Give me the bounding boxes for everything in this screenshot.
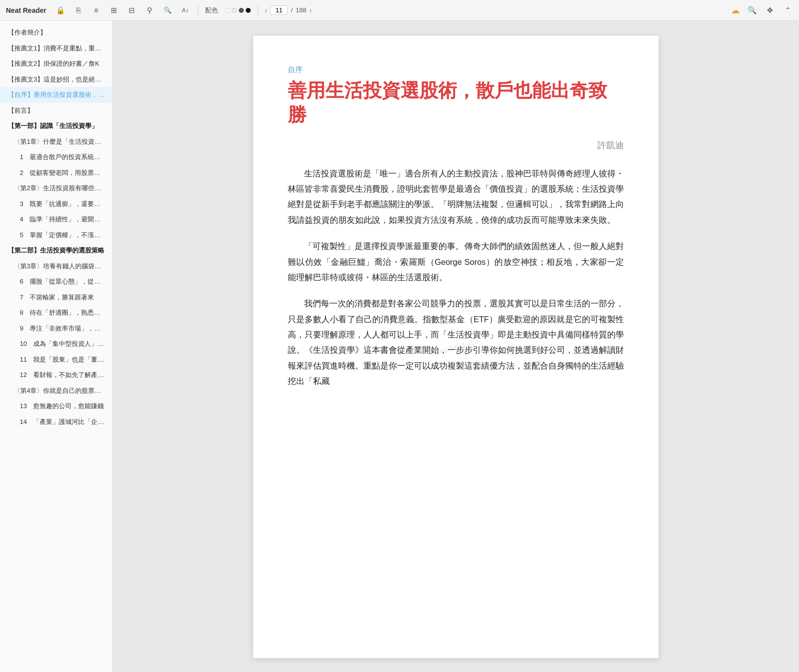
- sidebar-item-1[interactable]: 【推薦文1】消費不是重點，重點是要…: [0, 41, 112, 56]
- app-body: 【作者簡介】【推薦文1】消費不是重點，重點是要…【推薦文2】掛保證的好書／詹K【…: [0, 21, 799, 672]
- sidebar-item-10[interactable]: 〈第2章〉生活投資股有哪些特性？: [0, 180, 112, 196]
- light-dot[interactable]: [232, 8, 237, 13]
- sidebar-item-2[interactable]: 【推薦文2】掛保證的好書／詹K: [0, 56, 112, 72]
- titlebar-right: ☁ 🔍 ✥ ⌃: [731, 5, 793, 16]
- color-label: 配色: [205, 6, 218, 15]
- search-icon[interactable]: ⚲: [144, 5, 155, 16]
- color-selector: [225, 8, 251, 13]
- next-page-button[interactable]: ›: [310, 6, 312, 14]
- sidebar-item-0[interactable]: 【作者簡介】: [0, 25, 112, 41]
- chapter-label: 自序: [288, 65, 624, 75]
- white-dot[interactable]: [225, 8, 230, 13]
- dark2-dot[interactable]: [246, 8, 251, 13]
- sidebar-item-5[interactable]: 【前言】: [0, 103, 112, 119]
- sidebar-item-24[interactable]: 13 愈無趣的公司，愈能賺錢: [0, 398, 112, 414]
- reader-area[interactable]: nayona.cn 自序 善用生活投資選股術，散戶也能出奇致勝 許凱迪 生活投資…: [113, 21, 799, 672]
- sidebar-item-25[interactable]: 14 「產業」護城河比「企…: [0, 414, 112, 430]
- font-size-icon[interactable]: A↕: [180, 5, 191, 16]
- split-icon[interactable]: ✥: [764, 5, 775, 16]
- sidebar-item-16[interactable]: 6 擺脫「從眾心態」，從股…: [0, 274, 112, 290]
- page-number-input[interactable]: [270, 5, 288, 15]
- sidebar-item-18[interactable]: 8 待在「舒適圈」，熟悉度…: [0, 305, 112, 321]
- page-navigation: ‹ / 188 ›: [265, 5, 312, 15]
- book-text: 生活投資選股術是「唯一」適合所有人的主動投資法，股神巴菲特與傳奇經理人彼得・林區…: [288, 166, 624, 389]
- paragraph-3: 我們每一次的消費都是對各家公司競爭力的投票，選股其實可以是日常生活的一部分，只是…: [288, 296, 624, 389]
- page-total: 188: [296, 6, 307, 14]
- grid-icon[interactable]: ⊞: [109, 5, 120, 16]
- page-icon[interactable]: ⊟: [127, 5, 137, 16]
- sidebar-item-6[interactable]: 【第一部】認識「生活投資學」: [0, 118, 112, 134]
- sidebar-item-8[interactable]: 1 最適合散戶的投資系統—…: [0, 149, 112, 165]
- sidebar-item-9[interactable]: 2 從顧客變老闆，用股票贈…: [0, 165, 112, 181]
- page-separator: /: [291, 6, 293, 14]
- paragraph-1: 生活投資選股術是「唯一」適合所有人的主動投資法，股神巴菲特與傳奇經理人彼得・林區…: [288, 166, 624, 228]
- dark1-dot[interactable]: [239, 8, 244, 13]
- sidebar-item-12[interactable]: 4 臨準「持續性」，避開「…: [0, 211, 112, 227]
- sidebar-item-7[interactable]: 〈第1章〉什麼是「生活投資學」？: [0, 134, 112, 150]
- sidebar-item-20[interactable]: 10 成為「集中型投資人」…: [0, 336, 112, 352]
- prev-page-button[interactable]: ‹: [265, 6, 267, 14]
- search2-icon[interactable]: 🔍: [162, 5, 173, 16]
- sidebar-item-4[interactable]: 【自序】善用生活投資選股術，散戶也…: [0, 87, 112, 103]
- titlebar: Neat Reader 🔒 ⎘ ≡ ⊞ ⊟ ⚲ 🔍 A↕ 配色 ‹ / 188 …: [0, 0, 799, 21]
- cloud-icon[interactable]: ☁: [731, 5, 740, 16]
- book-page: nayona.cn 自序 善用生活投資選股術，散戶也能出奇致勝 許凱迪 生活投資…: [253, 36, 659, 658]
- sidebar-item-23[interactable]: 〈第4章〉你就是自己的股票分析師: [0, 383, 112, 399]
- sidebar-item-13[interactable]: 5 掌握「定價權」，不漲停…: [0, 227, 112, 243]
- sidebar-item-11[interactable]: 3 既要「抗通膨」，還要糙…: [0, 196, 112, 212]
- author-name: 許凱迪: [288, 139, 624, 151]
- search-right-icon[interactable]: 🔍: [747, 5, 757, 16]
- sidebar-item-3[interactable]: 【推薦文3】這是妙招，也是絕招／閻…: [0, 72, 112, 87]
- sidebar-item-14[interactable]: 【第二部】生活投資學的選股策略: [0, 243, 112, 258]
- chapter-title: 善用生活投資選股術，散戶也能出奇致勝: [288, 79, 624, 127]
- sidebar: 【作者簡介】【推薦文1】消費不是重點，重點是要…【推薦文2】掛保證的好書／詹K【…: [0, 21, 113, 672]
- sidebar-item-15[interactable]: 〈第3章〉培養有錢人的腦袋——…: [0, 258, 112, 274]
- separator: [198, 6, 198, 15]
- copy-icon[interactable]: ⎘: [73, 5, 84, 16]
- sidebar-item-19[interactable]: 9 專注「非效率市場」，找…: [0, 321, 112, 336]
- collapse-icon[interactable]: ⌃: [782, 5, 793, 16]
- lock-icon[interactable]: 🔒: [55, 5, 66, 16]
- menu-icon[interactable]: ≡: [91, 5, 102, 16]
- sidebar-item-22[interactable]: 12 看財報，不如先了解產…: [0, 367, 112, 383]
- separator2: [258, 6, 258, 15]
- sidebar-item-17[interactable]: 7 不當輸家，勝算跟著來: [0, 290, 112, 305]
- sidebar-item-21[interactable]: 11 我是「股東」也是「董…: [0, 352, 112, 368]
- app-name: Neat Reader: [6, 6, 46, 14]
- paragraph-2: 「可複製性」是選擇投資學派最重要的事。傳奇大師們的績效固然迷人，但一般人絕對難以…: [288, 239, 624, 285]
